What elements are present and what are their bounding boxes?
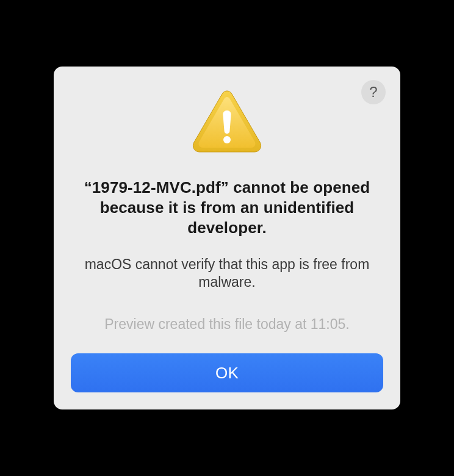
dialog-heading: “1979-12-MVC.pdf” cannot be opened becau… xyxy=(77,178,377,239)
ok-button[interactable]: OK xyxy=(71,353,383,392)
help-icon: ? xyxy=(369,84,377,101)
help-button[interactable]: ? xyxy=(361,80,386,104)
dialog-subtext: macOS cannot verify that this app is fre… xyxy=(82,256,372,292)
gatekeeper-dialog: ? “1979-12-MVC.pdf” cannot xyxy=(54,67,400,410)
warning-icon xyxy=(71,88,383,156)
dialog-provenance: Preview created this file today at 11:05… xyxy=(71,316,383,333)
svg-point-0 xyxy=(223,136,231,143)
